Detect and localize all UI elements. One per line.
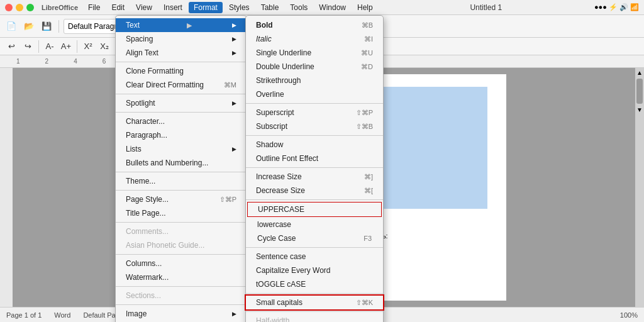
sep [246,311,383,312]
text-increase-item[interactable]: Increase Size ⌘] [246,170,383,184]
save-button[interactable]: 💾 [39,19,54,34]
format-spacing-item[interactable]: Spacing [116,32,247,46]
menu-edit[interactable]: Edit [106,2,130,13]
menu-window[interactable]: Window [314,2,351,13]
sep [246,103,383,104]
menubar: LibreOffice File Edit View Insert Format… [0,0,644,15]
text-outline-item[interactable]: Outline Font Effect [246,152,383,165]
sep [246,293,383,294]
scroll-up-button[interactable]: ▲ [636,69,643,76]
text-superscript-item[interactable]: Superscript ⇧⌘P [246,106,383,119]
menu-help[interactable]: Help [352,2,378,13]
text-dblunderline-item[interactable]: Double Underline ⌘D [246,60,383,74]
format-dropdown: Text ▶ Spacing Align Text Clone Formatti… [115,15,247,322]
menu-insert[interactable]: Insert [158,2,187,13]
sep [116,172,247,172]
text-bold-item[interactable]: Bold ⌘B [246,18,383,32]
sep1 [58,20,59,33]
ruler-mark: 2 [45,58,49,65]
font-size-up[interactable]: A+ [58,39,74,54]
menu-view[interactable]: View [131,2,157,13]
system-icons: ●●● ⚡ 🔊 📶 [594,3,639,11]
sep [116,62,247,62]
menu-format[interactable]: Format [189,2,223,13]
sidebar-left [0,68,13,307]
text-sentencecase-item[interactable]: Sentence case [246,250,383,264]
subscript-button[interactable]: X₂ [97,39,112,54]
text-decrease-item[interactable]: Decrease Size ⌘[ [246,184,383,197]
format-spotlight-item[interactable]: Spotlight [116,96,247,110]
redo-button[interactable]: ↪ [20,39,35,54]
ruler-mark: 4 [74,58,77,65]
text-strikethrough-item[interactable]: Strikethrough [246,74,383,87]
menu-table[interactable]: Table [256,2,284,13]
sep [246,199,383,200]
format-pagestyle-item[interactable]: Page Style... ⇧⌘P [116,192,247,206]
text-shadow-item[interactable]: Shadow [246,138,383,152]
format-titlepage-item[interactable]: Title Page... [116,206,247,220]
sep [246,135,383,136]
window-title: Untitled 1 [379,3,593,12]
format-comments-item: Comments... [116,225,247,238]
minimize-button[interactable] [16,4,23,11]
statusbar-right: 100% [620,311,638,319]
superscript-button[interactable]: X² [80,39,96,54]
app-logo: LibreOffice [42,4,78,11]
text-capitalizeword-item[interactable]: Capitalize Every Word [246,264,383,277]
ruler-mark: 1 [16,58,20,65]
format-paragraph-item[interactable]: Paragraph... [116,128,247,142]
sep [116,112,247,113]
maximize-button[interactable] [26,4,34,11]
page-info: Page 1 of 1 [6,311,42,319]
text-togglecase-item[interactable]: tOGGLE cASE [246,277,383,291]
sep5 [77,40,77,53]
format-image-item[interactable]: Image [116,307,247,321]
font-size-down[interactable]: A- [42,39,57,54]
close-button[interactable] [5,4,13,11]
sep [116,254,247,255]
text-halfwidth-item: Half-width [246,314,383,322]
open-button[interactable]: 📂 [21,19,36,34]
traffic-lights [5,4,34,11]
sep [116,304,247,305]
word-label: Word [54,311,70,319]
format-sections-item: Sections... [116,289,247,303]
scroll-thumb[interactable] [636,79,643,104]
sep [246,167,383,168]
menu-file[interactable]: File [83,2,105,13]
text-italic-item[interactable]: Italic ⌘I [246,32,383,46]
format-watermark-item[interactable]: Watermark... [116,270,247,284]
wifi-icon: ●●● ⚡ 🔊 📶 [594,3,639,11]
format-bullets-item[interactable]: Bullets and Numbering... [116,156,247,170]
format-align-item[interactable]: Align Text [116,46,247,60]
format-theme-item[interactable]: Theme... [116,174,247,188]
scrollbar-vertical[interactable]: ▲ ▼ [635,68,644,307]
scroll-down-button[interactable]: ▼ [636,106,643,113]
sep [116,222,247,223]
menu-tools[interactable]: Tools [285,2,313,13]
undo-button[interactable]: ↩ [4,39,19,54]
format-text-item[interactable]: Text ▶ [116,18,247,32]
format-columns-item[interactable]: Columns... [116,257,247,270]
sep [246,247,383,248]
text-subscript-item[interactable]: Subscript ⇧⌘B [246,119,383,133]
format-clear-item[interactable]: Clear Direct Formatting ⌘M [116,78,247,92]
format-character-item[interactable]: Character... [116,114,247,128]
text-uppercase-item[interactable]: UPPERCASE [247,202,382,217]
format-asian-item: Asian Phonetic Guide... [116,238,247,252]
text-overline-item[interactable]: Overline [246,87,383,101]
text-submenu: Bold ⌘B Italic ⌘I Single Underline ⌘U Do… [245,15,384,322]
sep [116,286,247,287]
new-button[interactable]: 📄 [4,19,19,34]
text-cyclecase-item[interactable]: Cycle Case F3 [247,231,382,245]
format-lists-item[interactable]: Lists [116,142,247,156]
zoom-level: 100% [620,311,638,319]
sep [116,94,247,94]
ruler-mark: 6 [103,58,106,65]
text-lowercase-item[interactable]: lowercase [247,218,382,231]
text-underline-item[interactable]: Single Underline ⌘U [246,46,383,60]
format-clone-item[interactable]: Clone Formatting [116,64,247,78]
menu-styles[interactable]: Styles [224,2,255,13]
text-smallcaps-item[interactable]: Small capitals ⇧⌘K [246,296,383,309]
sep [116,190,247,191]
